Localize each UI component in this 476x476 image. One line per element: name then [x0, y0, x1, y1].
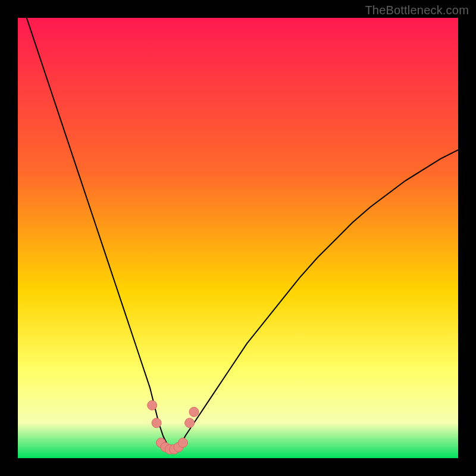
curve-marker: [189, 407, 199, 416]
gradient-background: [18, 18, 458, 458]
curve-marker: [185, 418, 195, 428]
curve-marker: [152, 418, 161, 428]
curve-marker: [148, 400, 157, 410]
watermark-text: TheBottleneck.com: [365, 4, 469, 17]
curve-marker: [178, 438, 188, 447]
bottleneck-chart: [18, 18, 458, 458]
chart-frame: [18, 18, 458, 458]
